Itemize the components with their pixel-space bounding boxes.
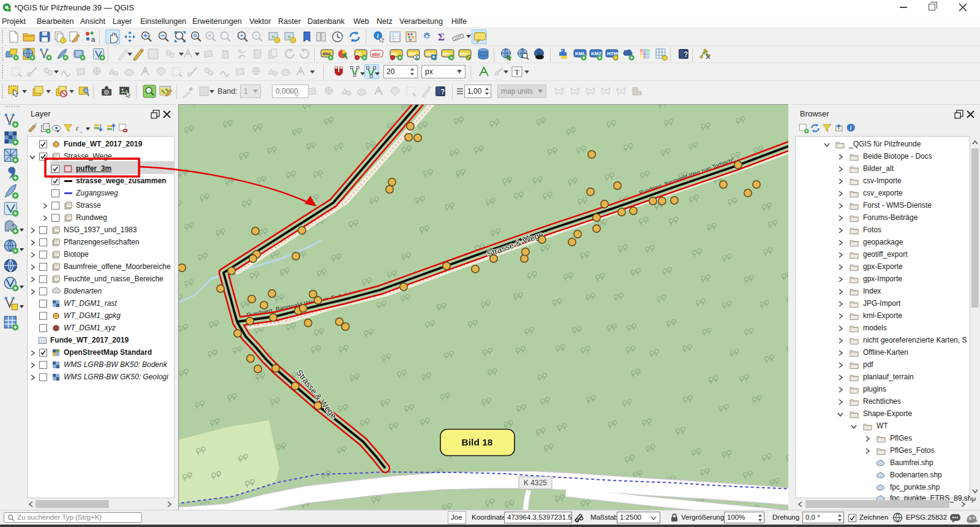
svg-text:T: T <box>514 67 519 77</box>
svg-text:,,: ,, <box>80 129 82 133</box>
svg-text:K 4325: K 4325 <box>524 479 547 487</box>
svg-text:Σ: Σ <box>438 31 445 43</box>
svg-text:abc: abc <box>323 51 331 56</box>
svg-text:?: ? <box>440 88 445 96</box>
svg-text:a: a <box>91 36 96 43</box>
svg-text:abc: abc <box>372 51 381 57</box>
svg-text:ε: ε <box>76 124 79 132</box>
svg-text:Bild 18: Bild 18 <box>462 437 493 447</box>
svg-text:i: i <box>850 124 852 131</box>
svg-text:?: ? <box>684 50 688 59</box>
